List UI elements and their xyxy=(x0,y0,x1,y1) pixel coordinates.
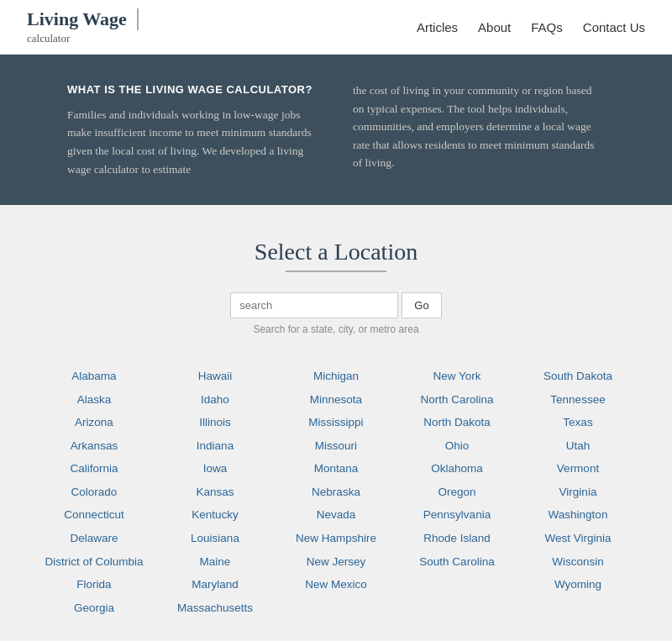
state-link[interactable]: Maryland xyxy=(192,577,239,592)
main-nav: Articles About FAQs Contact Us xyxy=(417,20,645,34)
hero-heading: WHAT IS THE LIVING WAGE CALCULATOR? xyxy=(67,81,319,99)
state-link[interactable]: Montana xyxy=(314,461,359,476)
state-col-3: New YorkNorth CarolinaNorth DakotaOhioOk… xyxy=(396,369,517,615)
state-link[interactable]: Georgia xyxy=(74,601,114,616)
state-link[interactable]: Alabama xyxy=(71,369,116,384)
state-link[interactable]: Nevada xyxy=(317,507,356,523)
state-link[interactable]: Louisiana xyxy=(191,531,239,546)
hero-left: WHAT IS THE LIVING WAGE CALCULATOR? Fami… xyxy=(67,81,319,178)
state-link[interactable]: Wyoming xyxy=(554,577,601,592)
header: Living Wage calculator Articles About FA… xyxy=(0,0,672,55)
main-content: Select a Location Go Search for a state,… xyxy=(0,205,672,641)
state-link[interactable]: Texas xyxy=(563,415,592,430)
state-link[interactable]: Tennessee xyxy=(550,392,605,407)
state-link[interactable]: Nebraska xyxy=(312,485,360,500)
logo-area: Living Wage calculator xyxy=(27,8,139,45)
state-link[interactable]: Wisconsin xyxy=(552,554,604,570)
state-link[interactable]: New Hampshire xyxy=(296,531,376,546)
state-link[interactable]: California xyxy=(70,461,118,476)
state-link[interactable]: Illinois xyxy=(199,415,231,430)
state-link[interactable]: South Carolina xyxy=(419,554,494,570)
state-link[interactable]: Washington xyxy=(549,507,608,523)
search-area: Go Search for a state, city, or metro ar… xyxy=(34,292,638,335)
state-link[interactable]: Michigan xyxy=(313,369,359,384)
nav-articles[interactable]: Articles xyxy=(417,20,458,34)
state-col-1: HawaiiIdahoIllinoisIndianaIowaKansasKent… xyxy=(155,369,276,615)
title-underline xyxy=(286,271,386,272)
state-link[interactable]: Colorado xyxy=(71,485,118,500)
state-link[interactable]: South Dakota xyxy=(543,369,612,384)
state-link[interactable]: Florida xyxy=(76,577,111,592)
state-link[interactable]: North Carolina xyxy=(420,392,493,407)
hero-section: WHAT IS THE LIVING WAGE CALCULATOR? Fami… xyxy=(0,55,672,205)
state-link[interactable]: Vermont xyxy=(557,461,599,476)
hero-right: the cost of living in your community or … xyxy=(353,81,605,178)
state-link[interactable]: Pennsylvania xyxy=(423,507,491,523)
hero-right-text: the cost of living in your community or … xyxy=(353,81,605,172)
state-link[interactable]: Oklahoma xyxy=(431,461,483,476)
state-link[interactable]: Virginia xyxy=(559,485,597,500)
nav-about[interactable]: About xyxy=(478,20,511,34)
go-button[interactable]: Go xyxy=(402,292,441,318)
search-input[interactable] xyxy=(230,292,398,318)
state-link[interactable]: Arkansas xyxy=(71,439,118,454)
logo-row: Living Wage xyxy=(27,8,139,30)
state-link[interactable]: North Dakota xyxy=(423,415,491,430)
state-link[interactable]: Iowa xyxy=(203,461,228,476)
state-link[interactable]: Rhode Island xyxy=(423,531,491,546)
state-link[interactable]: Connecticut xyxy=(64,507,123,523)
state-link[interactable]: Utah xyxy=(566,439,591,454)
state-link[interactable]: Oregon xyxy=(438,485,475,500)
logo-subtitle: calculator xyxy=(27,32,139,45)
state-col-4: South DakotaTennesseeTexasUtahVermontVir… xyxy=(517,369,638,615)
state-link[interactable]: Mississippi xyxy=(308,415,363,430)
state-col-2: MichiganMinnesotaMississippiMissouriMont… xyxy=(276,369,396,615)
state-link[interactable]: Kansas xyxy=(196,485,234,500)
state-link[interactable]: Kentucky xyxy=(192,507,239,523)
state-link[interactable]: Arizona xyxy=(75,415,113,430)
state-link[interactable]: Hawaii xyxy=(198,369,233,384)
nav-contact[interactable]: Contact Us xyxy=(583,20,645,34)
state-link[interactable]: New Jersey xyxy=(307,554,366,570)
state-col-0: AlabamaAlaskaArizonaArkansasCaliforniaCo… xyxy=(34,369,155,615)
state-link[interactable]: Minnesota xyxy=(310,392,362,407)
logo-title: Living Wage xyxy=(27,8,139,30)
location-title: Select a Location xyxy=(34,239,638,265)
state-link[interactable]: District of Columbia xyxy=(45,554,143,570)
search-row: Go xyxy=(230,292,441,318)
state-grid: AlabamaAlaskaArizonaArkansasCaliforniaCo… xyxy=(34,369,638,615)
state-link[interactable]: West Virginia xyxy=(544,531,611,546)
state-link[interactable]: Delaware xyxy=(70,531,118,546)
state-link[interactable]: Alaska xyxy=(77,392,112,407)
state-link[interactable]: New York xyxy=(433,369,480,384)
nav-faqs[interactable]: FAQs xyxy=(531,20,563,34)
state-link[interactable]: Missouri xyxy=(315,439,357,454)
state-link[interactable]: Maine xyxy=(200,554,231,570)
state-link[interactable]: Indiana xyxy=(197,439,234,454)
state-link[interactable]: Massachusetts xyxy=(177,601,253,616)
state-link[interactable]: Idaho xyxy=(201,392,229,407)
state-link[interactable]: Ohio xyxy=(445,439,470,454)
state-link[interactable]: New Mexico xyxy=(305,577,367,592)
hero-left-text: Families and individuals working in low-… xyxy=(67,106,319,178)
search-hint: Search for a state, city, or metro area xyxy=(253,323,418,335)
